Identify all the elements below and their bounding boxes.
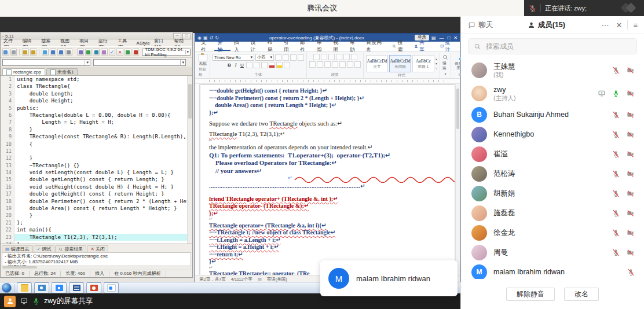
paste-icon[interactable] — [199, 54, 207, 61]
mic-muted-icon[interactable] — [612, 131, 620, 138]
start-button[interactable] — [2, 283, 12, 293]
styles-scroll-up-icon[interactable]: ▴ — [436, 57, 437, 61]
font-size-select[interactable]: 小四▾ — [255, 54, 274, 61]
find-button[interactable]: 编辑 ▾ — [442, 54, 448, 76]
compiler-select[interactable]: TDM-GCC 4.9.2 64-bit Profiling▾ — [142, 49, 191, 56]
taskbar-photo-viewer-icon[interactable] — [34, 282, 49, 293]
style-heading1[interactable]: AaBbCc标题 1 — [412, 55, 434, 72]
menu-astyle[interactable]: AStyle — [137, 41, 150, 46]
member-list[interactable]: 王姝慧(我) zwy(主持人) B Buhari Sukairiju Ahmed… — [461, 57, 644, 279]
taskbar-meeting-icon[interactable] — [104, 282, 119, 293]
ribbon-options-icon[interactable]: ▤ — [431, 35, 436, 41]
camera-off-icon[interactable] — [626, 229, 635, 237]
camera-off-icon[interactable] — [626, 190, 635, 197]
tab-rectangle-cpp[interactable]: rectangle.cpp — [2, 68, 45, 75]
tab-baidu-netdisk[interactable]: 百度网盘 — [363, 42, 389, 51]
camera-off-icon[interactable] — [626, 209, 635, 217]
unmute-button[interactable]: 解除静音 — [506, 288, 555, 301]
syntax-check-icon[interactable]: ✓ — [109, 48, 116, 56]
mic-muted-icon[interactable] — [627, 268, 635, 276]
panel-menu-icon[interactable]: ≡ — [631, 21, 639, 30]
member-row[interactable]: 崔溢 — [461, 144, 644, 164]
camera-off-icon[interactable] — [626, 90, 635, 97]
close-icon[interactable]: ✕ — [453, 35, 458, 41]
tab-members[interactable]: 成员(15) — [528, 20, 565, 30]
mic-active-icon[interactable] — [612, 90, 620, 97]
page-indicator[interactable]: 第2页，共7页 — [199, 277, 226, 282]
tab-view[interactable]: 视图 — [330, 42, 346, 51]
close-file-icon[interactable] — [65, 48, 72, 56]
mic-muted-icon[interactable] — [612, 111, 620, 119]
sort-icon[interactable] — [351, 54, 357, 60]
change-case-icon[interactable] — [290, 54, 297, 61]
compile-icon[interactable] — [77, 48, 84, 56]
tab-search[interactable]: 搜索 — [389, 42, 411, 51]
minimize-icon[interactable]: — — [439, 35, 444, 41]
tab-references[interactable]: 引用 — [280, 42, 297, 51]
mic-muted-icon[interactable] — [612, 209, 620, 217]
tab-debug[interactable]: ✓调试 — [34, 245, 55, 252]
shading-icon[interactable] — [347, 61, 353, 68]
taskbar-folder-icon[interactable] — [17, 282, 32, 293]
mic-muted-icon[interactable] — [612, 150, 620, 158]
rebuild-icon[interactable] — [101, 48, 108, 56]
tab-compile-log[interactable]: ▤编译日志 — [2, 245, 33, 252]
document-scrollbar[interactable] — [456, 84, 460, 275]
mic-muted-icon[interactable] — [612, 170, 620, 178]
tab-untitled[interactable]: 未命名1 — [46, 68, 78, 75]
comments-button[interactable]: 批注 — [437, 42, 458, 51]
language-indicator[interactable]: 英语(美国) — [267, 277, 287, 282]
rename-button[interactable]: 改名 — [564, 288, 599, 301]
close-panel-icon[interactable]: ✕ — [614, 21, 624, 30]
undo-icon[interactable] — [22, 48, 29, 56]
document-page[interactable]: ····double getHeight() const { return He… — [200, 85, 455, 275]
word-count[interactable]: 4/1112个字 — [231, 277, 253, 282]
member-row[interactable]: 施磊磊 — [461, 203, 644, 223]
tab-chat[interactable]: 聊天 — [468, 20, 493, 30]
align-left-icon[interactable] — [309, 61, 316, 68]
redo-icon[interactable] — [30, 48, 37, 56]
camera-off-icon[interactable] — [626, 249, 635, 256]
decrease-indent-icon[interactable] — [336, 54, 342, 60]
member-row[interactable]: 范松涛 — [461, 164, 644, 183]
camera-off-icon[interactable] — [626, 131, 635, 138]
tab-review[interactable]: 审阅 — [313, 42, 330, 51]
member-row[interactable]: B Buhari Sukairiju Ahmed — [461, 105, 644, 124]
search-input[interactable] — [485, 42, 631, 51]
more-options-icon[interactable]: ⋯ — [600, 21, 611, 30]
align-center-icon[interactable] — [317, 61, 323, 68]
taskbar-app-icon[interactable] — [52, 282, 67, 293]
run-icon[interactable] — [85, 48, 92, 56]
mic-muted-icon[interactable] — [612, 190, 620, 197]
tab-layout[interactable]: 布局 — [264, 42, 280, 51]
abort-icon[interactable]: ✕ — [116, 48, 123, 56]
profiling-icon[interactable] — [133, 48, 140, 56]
increase-indent-icon[interactable] — [343, 54, 350, 60]
save-icon[interactable] — [50, 48, 57, 56]
borders-icon[interactable] — [354, 61, 361, 68]
bold-button[interactable]: B — [227, 62, 232, 68]
numbering-icon[interactable] — [321, 54, 327, 60]
justify-icon[interactable] — [332, 61, 338, 68]
member-row[interactable]: 胡新娟 — [461, 183, 644, 203]
log-hscrollbar[interactable] — [2, 266, 191, 270]
member-joined-toast[interactable]: M malam Ibrahim ridwan — [320, 260, 458, 296]
member-row[interactable]: M malam Ibrahim ridwan — [461, 262, 644, 279]
taskbar-powerpoint-icon[interactable] — [86, 282, 101, 293]
camera-off-icon[interactable] — [626, 150, 635, 158]
camera-off-icon[interactable] — [626, 67, 635, 74]
camera-off-icon[interactable] — [626, 111, 635, 119]
font-name-select[interactable]: Times New Ro▾ — [213, 54, 254, 61]
tab-design[interactable]: 设计 — [247, 42, 264, 51]
italic-button[interactable]: I — [233, 62, 239, 68]
editor-scrollbar[interactable] — [187, 76, 192, 244]
new-file-icon[interactable] — [2, 48, 9, 56]
class-browser-select[interactable]: ▾ — [2, 59, 90, 66]
mic-muted-icon[interactable] — [612, 67, 620, 74]
camera-off-icon[interactable] — [626, 170, 635, 178]
highlight-color-icon[interactable] — [276, 62, 283, 68]
multilevel-icon[interactable] — [328, 54, 335, 60]
code-editor[interactable]: 1using namespace std; 2class TRectangle{… — [1, 75, 192, 244]
member-row[interactable]: zwy(主持人) — [461, 82, 644, 105]
save-all-icon[interactable] — [57, 48, 64, 56]
